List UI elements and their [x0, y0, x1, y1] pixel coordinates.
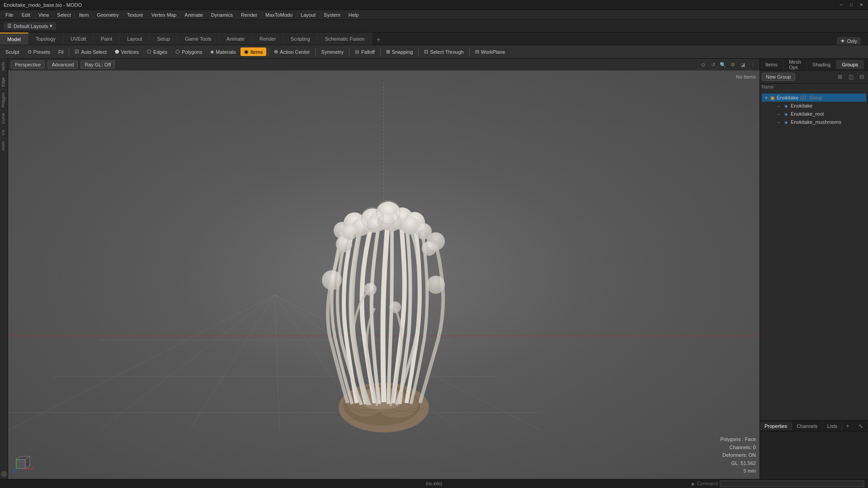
vertices-button[interactable]: ⬟ Vertices: [111, 47, 142, 56]
bottom-panel-tabs: Properties Channels Lists + ⤡: [760, 421, 868, 432]
maximize-button[interactable]: □: [848, 2, 854, 8]
group-label: Enokitake: [777, 95, 798, 100]
tab-scripting[interactable]: Scripting: [283, 33, 318, 45]
snapping-button[interactable]: ⊞ Snapping: [382, 47, 417, 56]
mushrooms-mesh-icon: ◈: [783, 119, 789, 125]
edges-button[interactable]: ⬠ Edges: [143, 47, 171, 56]
viewport[interactable]: Perspective Advanced Ray GL: Off ⊙ ↺ 🔍 ⚙…: [8, 59, 760, 479]
vp-icon-2[interactable]: ↺: [709, 61, 717, 69]
panel-icon-2[interactable]: ◫: [846, 72, 855, 81]
tab-setup[interactable]: Setup: [150, 33, 178, 45]
tree-children: – ◈ Enokitake – ◈ Enokitake_root – ◈: [762, 102, 866, 126]
menu-system[interactable]: System: [320, 11, 344, 19]
menu-item[interactable]: Item: [75, 11, 92, 19]
menu-render[interactable]: Render: [237, 11, 261, 19]
falloff-button[interactable]: ◎ Falloff: [351, 47, 378, 56]
close-button[interactable]: ✕: [858, 2, 864, 8]
menu-file[interactable]: File: [2, 11, 17, 19]
new-group-button[interactable]: New Group: [762, 73, 795, 81]
minimize-button[interactable]: ─: [838, 2, 844, 8]
presets-button[interactable]: ⊙ Presets: [24, 47, 54, 56]
panel-tab-shading[interactable]: Shading: [807, 60, 836, 69]
perspective-button[interactable]: Perspective: [11, 61, 45, 69]
autoselect-label: Auto Select: [81, 49, 106, 55]
presets-label: Presets: [33, 49, 50, 55]
bp-tab-add[interactable]: +: [842, 421, 853, 431]
action-center-button[interactable]: ⊕ Action Center: [270, 47, 314, 56]
menu-layout[interactable]: Layout: [297, 11, 319, 19]
tab-gametools[interactable]: Game Tools: [178, 33, 219, 45]
main-content: Verts Edge Polygon Curve UV Anim Perspec…: [0, 59, 868, 479]
menu-texture[interactable]: Texture: [123, 11, 147, 19]
raygl-button[interactable]: Ray GL: Off: [80, 61, 115, 69]
tab-add-button[interactable]: +: [372, 34, 385, 45]
panel-tab-meshops[interactable]: Mesh Ops: [783, 57, 807, 72]
sculpt-label: Sculpt: [5, 49, 19, 55]
edges-icon: ⬠: [147, 49, 151, 55]
tab-uvedit[interactable]: UVEdit: [63, 33, 94, 45]
menu-animate[interactable]: Animate: [181, 11, 206, 19]
menu-geometry[interactable]: Geometry: [93, 11, 122, 19]
bp-tab-lists[interactable]: Lists: [823, 422, 843, 430]
tab-topology[interactable]: Topology: [28, 33, 63, 45]
tab-render[interactable]: Render: [252, 33, 283, 45]
vp-icon-1[interactable]: ⊙: [699, 61, 707, 69]
svg-point-35: [389, 301, 401, 313]
symmetry-label: Symmetry: [321, 49, 344, 55]
polygons-icon: ⬡: [175, 49, 180, 55]
sidebar-tab-curve[interactable]: Curve: [0, 110, 8, 127]
menu-view[interactable]: View: [35, 11, 53, 19]
sidebar-tab-anim[interactable]: Anim: [0, 138, 8, 154]
separator-1: [69, 48, 69, 56]
command-bar: ▶ Command: [692, 480, 864, 487]
symmetry-button[interactable]: Symmetry: [318, 48, 348, 56]
tab-schematicfusion[interactable]: Schematic Fusion: [318, 33, 372, 45]
command-input[interactable]: [720, 480, 864, 487]
panel-icon-3[interactable]: ⊟: [857, 72, 866, 81]
menu-maxtomodo[interactable]: MaxToModo: [262, 11, 296, 19]
vp-icon-view[interactable]: ◪: [739, 61, 747, 69]
vp-icon-settings[interactable]: ⚙: [729, 61, 737, 69]
sidebar-tab-polygon[interactable]: Polygon: [0, 89, 8, 110]
fill-button[interactable]: Fil: [55, 48, 67, 56]
menu-dynamics[interactable]: Dynamics: [208, 11, 236, 19]
bp-tab-channels[interactable]: Channels: [792, 422, 822, 430]
tab-model[interactable]: Model: [0, 33, 28, 45]
menu-vertexmap[interactable]: Vertex Map: [148, 11, 180, 19]
sidebar-tab-edge[interactable]: Edge: [0, 74, 8, 89]
menu-help[interactable]: Help: [345, 11, 363, 19]
tab-paint[interactable]: Paint: [94, 33, 120, 45]
3d-scene: No Items Polygons : Face Channels: 0 Def…: [8, 70, 760, 479]
only-button[interactable]: ★ Only: [837, 37, 861, 45]
panel-tab-items[interactable]: Items: [760, 60, 783, 69]
panel-tab-images[interactable]: Images: [864, 60, 868, 69]
sculpt-button[interactable]: Sculpt: [2, 48, 23, 56]
vp-icon-zoom[interactable]: 🔍: [719, 61, 727, 69]
sidebar-tab-verts[interactable]: Verts: [0, 59, 8, 74]
panel-tab-groups[interactable]: Groups: [836, 60, 864, 69]
tree-item-enokitake[interactable]: – ◈ Enokitake: [768, 102, 866, 110]
tree-item-mushrooms[interactable]: – ◈ Enokitake_mushrooms: [768, 118, 866, 126]
autoselect-button[interactable]: ☑ Auto Select: [71, 47, 110, 56]
advanced-button[interactable]: Advanced: [47, 61, 78, 69]
bottom-panel: Properties Channels Lists + ⤡: [760, 420, 868, 479]
axis-indicator: [12, 453, 34, 475]
tree-item-root[interactable]: – ◈ Enokitake_root: [768, 110, 866, 118]
tab-layout[interactable]: Layout: [120, 33, 150, 45]
polygons-button[interactable]: ⬡ Polygons: [172, 47, 206, 56]
snapping-icon: ⊞: [386, 49, 390, 55]
tab-animate[interactable]: Animate: [219, 33, 252, 45]
materials-button[interactable]: ◈ Materials: [207, 47, 240, 56]
sidebar-tab-uv[interactable]: UV: [0, 127, 8, 138]
layout-selector[interactable]: ☰ Default Layouts ▾: [4, 22, 56, 30]
bp-tab-properties[interactable]: Properties: [760, 422, 792, 430]
workplane-button[interactable]: ⊟ WorkPlane: [472, 47, 509, 56]
bp-expand-btn[interactable]: ⤡: [854, 422, 868, 431]
items-button[interactable]: ◉ Items: [241, 47, 266, 56]
panel-icon-1[interactable]: ⊞: [835, 72, 844, 81]
menu-select[interactable]: Select: [53, 11, 75, 19]
menu-edit[interactable]: Edit: [18, 11, 34, 19]
select-through-button[interactable]: ⊡ Select Through: [420, 47, 467, 56]
vp-icon-more[interactable]: ⋮: [749, 61, 757, 69]
tree-item-group[interactable]: ▼ ▣ Enokitake (2) : Group: [762, 94, 866, 102]
